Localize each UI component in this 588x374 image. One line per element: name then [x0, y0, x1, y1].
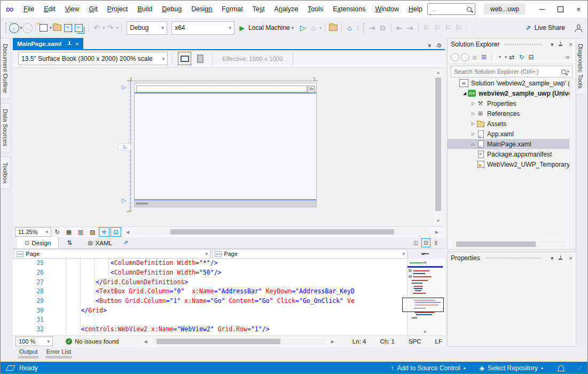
run-target-label[interactable]: Local Machine — [248, 24, 289, 32]
designer-options-gear-icon[interactable]: ⚙ — [436, 42, 442, 49]
next-bookmark-icon[interactable]: ⚐ — [443, 21, 453, 34]
tab-close-icon[interactable]: × — [75, 41, 79, 47]
rail-tab-toolbox[interactable]: Toolbox — [1, 157, 11, 190]
new-project-caret[interactable]: ▾ — [50, 25, 52, 30]
panel-pin-icon[interactable] — [558, 256, 563, 261]
row-marker-icon[interactable]: ▷ — [122, 198, 126, 203]
solution-home-icon[interactable]: ⌂ — [345, 21, 355, 34]
menu-window[interactable]: Window — [370, 1, 403, 18]
rail-tab-diagnostic-tools[interactable]: Diagnostic Tools — [575, 38, 585, 95]
run-target-caret[interactable]: ▾ — [292, 25, 294, 30]
panel-close-icon[interactable]: × — [569, 41, 573, 48]
menu-view[interactable]: View — [60, 1, 84, 18]
grid-overlay-icon[interactable]: ▨ — [87, 227, 98, 237]
tree-item-mainpage-xaml[interactable]: ▷MainPage.xaml — [448, 139, 570, 149]
breadcrumb-left[interactable]: <> Page ▾ — [14, 249, 210, 259]
se-home-icon[interactable]: ⌂ — [470, 52, 479, 63]
solution-platform-dropdown[interactable]: x64 ▾ — [171, 21, 234, 35]
new-project-icon[interactable] — [39, 21, 49, 34]
snap-grid-icon[interactable]: ▥ — [75, 227, 86, 237]
open-file-icon[interactable] — [52, 21, 62, 34]
row-marker-icon[interactable]: ▷ — [122, 84, 126, 90]
se-forward-icon[interactable]: → — [461, 53, 469, 61]
editor-horizontal-scrollbar[interactable] — [153, 338, 325, 345]
scroll-down-icon[interactable]: ▼ — [434, 219, 442, 223]
expander-icon[interactable]: ▷ — [470, 142, 476, 146]
se-refresh-icon[interactable]: ↻ — [518, 52, 526, 63]
prev-bookmark-icon[interactable]: ⚐ — [433, 21, 442, 34]
maximize-button[interactable] — [551, 1, 569, 18]
se-horizontal-scrollbar[interactable] — [451, 241, 566, 247]
find-in-files-icon[interactable] — [328, 21, 338, 34]
show-grid-icon[interactable]: ▦ — [64, 227, 74, 237]
se-pending-caret[interactable]: ▾ — [505, 54, 507, 60]
hot-reload-caret[interactable]: ▾ — [319, 25, 322, 30]
menu-format[interactable]: Format — [217, 1, 248, 18]
expander-icon[interactable]: ▷ — [470, 131, 476, 136]
popout-pane-icon[interactable]: ⇗ — [120, 238, 131, 248]
scroll-left-icon[interactable]: ◀ — [140, 337, 151, 346]
tree-item-webview2-sample-uwp-univers[interactable]: ◢C#webview2_sample_uwp (Univers — [448, 88, 570, 98]
undo-icon[interactable]: ↶ — [92, 21, 101, 34]
design-webview-area[interactable] — [135, 94, 316, 199]
menu-test[interactable]: Test — [248, 1, 270, 18]
xaml-page-artboard[interactable]: Go — [134, 83, 317, 207]
design-go-button[interactable]: Go — [308, 85, 315, 93]
vertical-split-icon[interactable]: ◫ — [411, 238, 420, 247]
menu-git[interactable]: Git — [84, 1, 103, 18]
clear-bookmarks-icon[interactable]: ⚐ — [454, 21, 464, 34]
rail-tab-document-outline[interactable]: Document Outline — [1, 38, 11, 99]
account-icon[interactable] — [575, 25, 582, 32]
panel-menu-caret-icon[interactable]: ▾ — [551, 255, 554, 262]
menu-edit[interactable]: Edit — [39, 1, 60, 18]
toolbar-overflow-icon[interactable]: ⋮ — [356, 25, 360, 30]
toolbar-grip[interactable] — [363, 22, 365, 33]
solution-explorer-search[interactable]: Search Solution Explorer (Ctrl+;) ▾ — [451, 66, 573, 77]
scrollbar-thumb[interactable] — [456, 241, 536, 247]
se-pending-changes-icon[interactable]: ◔ — [495, 52, 504, 63]
close-button[interactable]: × — [569, 1, 587, 18]
attach-process-icon[interactable]: ⇥ — [367, 21, 377, 34]
toggle-bookmark-icon[interactable]: ⚐ — [422, 21, 432, 34]
menu-tools[interactable]: Tools — [303, 1, 328, 18]
breadcrumb-right[interactable]: <> Page ▾ — [212, 249, 407, 259]
orientation-landscape-button[interactable] — [178, 52, 191, 65]
live-share-button[interactable]: ⇗ Live Share — [526, 24, 565, 32]
add-to-source-control-button[interactable]: ↑ Add to Source Control ▴ — [391, 364, 466, 372]
scroll-right-icon[interactable]: ▶ — [327, 337, 338, 346]
panel-pin-icon[interactable] — [558, 42, 563, 47]
tree-item-solution-webview2-sample-uwp-1-o[interactable]: ∞Solution 'webview2_sample_uwp' (1 o — [448, 78, 570, 88]
orientation-portrait-button[interactable] — [193, 52, 207, 65]
scroll-right-icon[interactable]: ▶ — [432, 227, 442, 237]
horizontal-split-icon[interactable]: ⊟ — [421, 238, 430, 247]
redo-icon[interactable]: ↷ — [106, 21, 115, 34]
se-sync-icon[interactable]: ⇄ — [508, 52, 516, 63]
scrollbar-thumb[interactable] — [156, 339, 280, 344]
copy-parent-icon[interactable]: ⧉ — [378, 21, 388, 34]
unindent-icon[interactable]: ⇤ — [395, 21, 404, 34]
tab-design[interactable]: ⊡ Design — [17, 237, 59, 248]
menu-debug[interactable]: Debug — [157, 1, 186, 18]
se-overflow-icon[interactable]: » — [563, 52, 572, 63]
scroll-left-icon[interactable]: ◀ — [122, 227, 133, 237]
toolbar-grip[interactable] — [5, 22, 7, 33]
navigate-back-icon[interactable]: ← — [9, 23, 19, 33]
tree-item-assets[interactable]: ▷Assets — [448, 119, 570, 129]
scroll-up-icon[interactable]: ▲ — [434, 70, 442, 75]
scroll-down-icon[interactable]: ▼ — [407, 330, 443, 334]
expander-icon[interactable]: ◢ — [461, 91, 468, 96]
save-icon[interactable] — [63, 21, 73, 34]
redo-caret[interactable]: ▾ — [116, 25, 119, 30]
tab-xaml[interactable]: ▨ XAML — [80, 237, 120, 248]
properties-header[interactable]: Properties ▾ × — [448, 252, 576, 264]
resize-grip[interactable]: ⋰ — [577, 365, 582, 371]
menu-design[interactable]: Design — [186, 1, 217, 18]
select-repository-button[interactable]: ◈ Select Repository ▴ — [480, 364, 543, 372]
design-addressbar-textbox[interactable] — [136, 85, 307, 92]
navigate-forward-icon[interactable]: → — [22, 23, 33, 33]
editor-minimap[interactable]: ▲ ▼ — [407, 259, 443, 336]
menu-build[interactable]: Build — [133, 1, 158, 18]
tree-item-package-appxmanifest[interactable]: Package.appxmanifest — [448, 149, 570, 159]
scrollbar-thumb[interactable] — [170, 229, 394, 235]
save-all-icon[interactable] — [74, 21, 83, 34]
